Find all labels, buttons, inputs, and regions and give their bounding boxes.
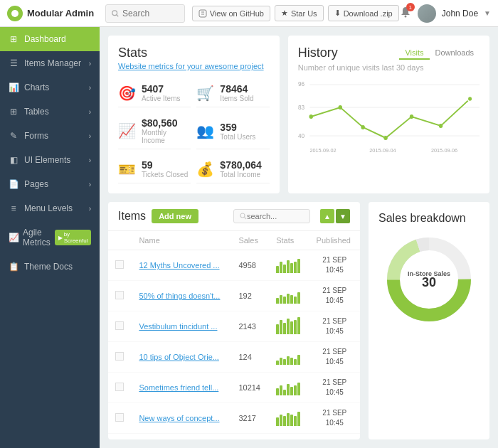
sidebar-item-menu-levels[interactable]: ≡ Menu Levels › xyxy=(0,196,100,220)
chevron-right-icon: › xyxy=(89,205,91,213)
svg-point-17 xyxy=(439,124,443,128)
bar-segment xyxy=(287,294,290,304)
sidebar-item-pages[interactable]: 📄 Pages › xyxy=(0,172,100,196)
item-sales: 2143 xyxy=(231,311,269,342)
table-row: 50% of things doesn't...19221 SEP10:45 xyxy=(108,281,360,311)
item-name-link[interactable]: Sometimes friend tell... xyxy=(139,383,218,392)
bar-segment xyxy=(290,358,293,365)
bar-segment xyxy=(294,359,297,365)
mini-bar-chart xyxy=(276,257,302,273)
col-published: Published xyxy=(309,231,360,250)
logo-text: Modular Admin xyxy=(27,8,94,18)
sidebar-item-label: Theme Docs xyxy=(24,262,73,272)
row-checkbox[interactable] xyxy=(115,260,124,269)
bar-segment xyxy=(283,297,286,304)
tab-visits[interactable]: Visits xyxy=(399,47,429,60)
github-button[interactable]: View on GitHub xyxy=(192,6,270,21)
bar-segment xyxy=(276,388,279,395)
row-checkbox[interactable] xyxy=(115,321,124,330)
bar-segment xyxy=(276,266,279,273)
row-checkbox[interactable] xyxy=(115,413,124,422)
item-name-link[interactable]: 50% of things doesn't... xyxy=(139,292,220,300)
stat-icon: 🛒 xyxy=(196,85,214,102)
sort-up-button[interactable]: ▲ xyxy=(320,209,334,223)
sidebar-item-label: Dashboard xyxy=(24,34,66,44)
history-chart: 96 83 40 xyxy=(298,78,480,156)
tables-icon: ⊞ xyxy=(9,107,18,117)
stat-icon: 🎯 xyxy=(118,85,136,102)
items-search-input[interactable] xyxy=(247,212,304,220)
stats-subtitle: Website metrics for your awesome project xyxy=(118,62,270,70)
bar-segment xyxy=(297,412,300,426)
stat-item-active-items: 🎯 5407 Active Items xyxy=(118,79,191,107)
stat-icon: 👥 xyxy=(196,122,214,139)
bar-segment xyxy=(283,359,286,365)
sales-title: Sales breakdown xyxy=(378,212,480,225)
bottom-row: Items Add new ▲ ▼ xyxy=(108,202,489,439)
row-checkbox[interactable] xyxy=(115,291,124,299)
sidebar-item-items-manager[interactable]: ☰ Items Manager › xyxy=(0,51,100,75)
item-name-link[interactable]: New ways of concept... xyxy=(139,414,219,422)
sidebar-item-charts[interactable]: 📊 Charts › xyxy=(0,75,100,100)
download-button[interactable]: ⬇ Download .zip xyxy=(328,5,399,21)
sidebar-item-ui-elements[interactable]: ◧ UI Elements › xyxy=(0,148,100,172)
items-search[interactable] xyxy=(233,209,310,223)
user-name: John Doe xyxy=(442,9,478,18)
ui-icon: ◧ xyxy=(9,155,18,165)
bar-segment xyxy=(276,324,279,334)
item-name-link[interactable]: 12 Myths Uncovered ... xyxy=(139,261,219,270)
chevron-right-icon: › xyxy=(89,181,91,188)
bar-segment xyxy=(287,260,290,273)
sidebar-item-dashboard[interactable]: ⊞ Dashboard xyxy=(0,27,100,51)
item-name-link[interactable]: Vestibulum tincidunt ... xyxy=(139,322,217,331)
sidebar-item-theme-docs[interactable]: 📋 Theme Docs xyxy=(0,255,100,279)
stat-item-items-sold: 🛒 78464 Items Sold xyxy=(196,79,269,107)
bar-segment xyxy=(276,361,279,365)
avatar[interactable] xyxy=(418,4,436,23)
star-icon: ★ xyxy=(281,9,288,18)
table-row: 12 Myths Uncovered ...495821 SEP10:45 xyxy=(108,250,360,281)
search-bar[interactable] xyxy=(105,4,185,23)
sort-down-button[interactable]: ▼ xyxy=(336,209,350,223)
docs-icon: 📋 xyxy=(9,262,18,272)
top-row: Stats Website metrics for your awesome p… xyxy=(108,36,489,193)
bar-segment xyxy=(297,259,300,273)
sidebar-item-label: Menu Levels xyxy=(24,203,73,213)
sidebar-item-tables[interactable]: ⊞ Tables › xyxy=(0,100,100,124)
sidebar-item-forms[interactable]: ✎ Forms › xyxy=(0,124,100,148)
star-button[interactable]: ★ Star Us xyxy=(275,5,324,21)
svg-point-18 xyxy=(467,97,472,102)
sidebar-item-label: Items Manager xyxy=(24,58,81,68)
svg-point-16 xyxy=(410,114,413,119)
tab-downloads[interactable]: Downloads xyxy=(430,47,480,60)
svg-point-12 xyxy=(309,114,312,119)
mini-bar-chart xyxy=(276,319,302,334)
bar-segment xyxy=(283,265,286,273)
svg-point-15 xyxy=(383,136,387,140)
row-checkbox[interactable] xyxy=(115,383,124,391)
item-sales: 192 xyxy=(231,281,269,311)
item-name-link[interactable]: 10 tips of Object Orie... xyxy=(139,353,219,361)
col-sales: Sales xyxy=(231,231,269,250)
search-icon xyxy=(112,9,119,18)
stat-value: 78464 xyxy=(220,83,253,95)
bar-segment xyxy=(294,416,297,426)
pages-icon: 📄 xyxy=(9,179,18,189)
user-menu-chevron[interactable]: ▼ xyxy=(484,9,491,17)
sidebar-item-agile-metrics[interactable]: 📈 Agile Metrics ▶ by Screenful xyxy=(0,220,100,255)
search-input[interactable] xyxy=(122,9,179,18)
items-card: Items Add new ▲ ▼ xyxy=(108,202,360,439)
svg-line-1 xyxy=(117,14,119,16)
add-new-button[interactable]: Add new xyxy=(152,209,198,223)
bar-segment xyxy=(290,321,293,334)
publish-date: 21 SEP10:45 xyxy=(317,255,353,275)
stat-label: Active Items xyxy=(142,95,180,102)
stat-item-total-income: 💰 $780,064 Total Income xyxy=(196,155,269,183)
svg-point-0 xyxy=(112,10,117,15)
publish-date: 21 SEP10:45 xyxy=(317,378,353,398)
items-table: Name Sales Stats Published 12 Myths Unco… xyxy=(108,231,360,434)
notifications-bell[interactable]: 1 xyxy=(399,6,412,21)
item-sales: 10214 xyxy=(231,373,269,403)
row-checkbox[interactable] xyxy=(115,352,124,361)
stat-value: 359 xyxy=(220,122,255,133)
